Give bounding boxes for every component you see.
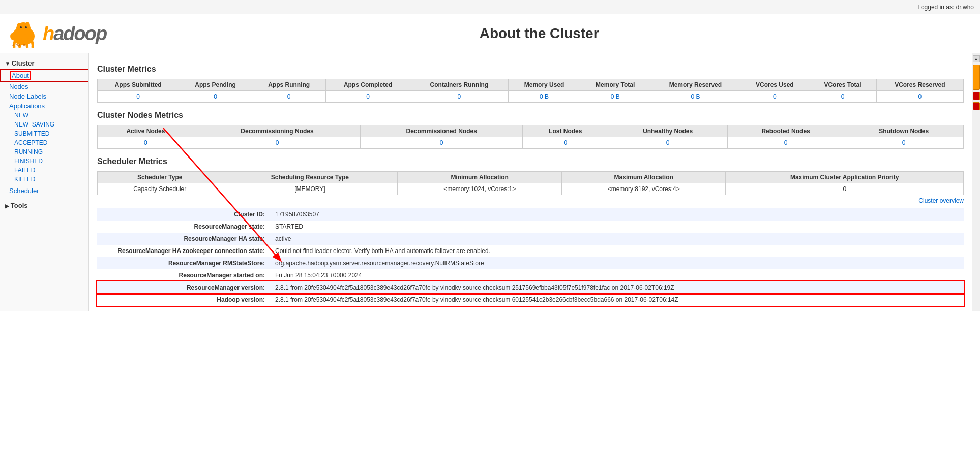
info-val-rm-state: STARTED xyxy=(270,221,964,233)
val-containers-running[interactable]: 0 xyxy=(410,91,509,103)
sidebar-item-killed[interactable]: KILLED xyxy=(14,175,88,184)
svg-point-4 xyxy=(20,26,22,28)
val-decommissioning-nodes[interactable]: 0 xyxy=(194,137,360,149)
scheduler-metrics-title: Scheduler Metrics xyxy=(97,155,964,168)
val-vcores-total: 0 xyxy=(809,91,877,103)
val-max-allocation: <memory:8192, vCores:4> xyxy=(561,183,726,195)
val-decommissioned-nodes[interactable]: 0 xyxy=(361,137,523,149)
val-vcores-reserved: 0 xyxy=(876,91,963,103)
sidebar-item-new[interactable]: NEW xyxy=(14,111,88,120)
val-memory-used: 0 B xyxy=(509,91,580,103)
info-row-cluster-id: Cluster ID: 1719587063507 xyxy=(97,208,964,221)
tools-header[interactable]: Tools xyxy=(0,200,88,211)
info-label-cluster-id: Cluster ID: xyxy=(97,208,270,221)
col-scheduling-resource-type: Scheduling Resource Type xyxy=(222,172,398,183)
col-apps-pending: Apps Pending xyxy=(179,79,252,91)
col-unhealthy-nodes: Unhealthy Nodes xyxy=(608,125,728,137)
info-row-zookeeper: ResourceManager HA zookeeper connection … xyxy=(97,245,964,257)
info-row-hadoop-version: Hadoop version: 2.8.1 from 20fe5304904fc… xyxy=(97,294,964,306)
scrollbar-up-btn[interactable]: ▲ xyxy=(973,55,980,62)
info-label-rm-state: ResourceManager state: xyxy=(97,221,270,233)
scheduler-row: Capacity Scheduler [MEMORY] <memory:1024… xyxy=(98,183,964,195)
col-vcores-total: VCores Total xyxy=(809,79,877,91)
cluster-nodes-metrics-table: Active Nodes Decommissioning Nodes Decom… xyxy=(97,125,964,149)
cluster-nodes-metrics-title: Cluster Nodes Metrics xyxy=(97,109,964,122)
info-row-rm-state: ResourceManager state: STARTED xyxy=(97,221,964,233)
val-scheduling-resource-type: [MEMORY] xyxy=(222,183,398,195)
sidebar-item-applications[interactable]: Applications xyxy=(0,101,88,111)
info-val-started-on: Fri Jun 28 15:04:23 +0000 2024 xyxy=(270,269,964,281)
info-label-rmstatestore: ResourceManager RMStateStore: xyxy=(97,257,270,269)
sidebar-item-nodes[interactable]: Nodes xyxy=(0,82,88,91)
cluster-overview-anchor[interactable]: Cluster overview xyxy=(918,197,964,204)
info-row-rmstatestore: ResourceManager RMStateStore: org.apache… xyxy=(97,257,964,269)
val-active-nodes[interactable]: 0 xyxy=(98,137,194,149)
val-unhealthy-nodes[interactable]: 0 xyxy=(608,137,728,149)
info-val-rmstatestore: org.apache.hadoop.yarn.server.resourcema… xyxy=(270,257,964,269)
val-shutdown-nodes[interactable]: 0 xyxy=(844,137,964,149)
cluster-info-table: Cluster ID: 1719587063507 ResourceManage… xyxy=(97,208,964,306)
val-rebooted-nodes[interactable]: 0 xyxy=(728,137,844,149)
sidebar-item-running[interactable]: RUNNING xyxy=(14,147,88,156)
val-vcores-used: 0 xyxy=(740,91,809,103)
scrollbar-btn-mid[interactable] xyxy=(973,92,980,100)
cluster-metrics-title: Cluster Metrics xyxy=(97,62,964,76)
col-containers-running: Containers Running xyxy=(410,79,509,91)
logo-area: APACHE hadoop xyxy=(8,18,106,49)
logo-text: hadoop xyxy=(43,23,106,45)
cluster-nodes-row: 0 0 0 0 0 0 0 xyxy=(98,137,964,149)
info-val-zookeeper: Could not find leader elector. Verify bo… xyxy=(270,245,964,257)
scrollbar-thumb[interactable] xyxy=(973,65,980,90)
val-apps-submitted[interactable]: 0 xyxy=(98,91,179,103)
val-lost-nodes[interactable]: 0 xyxy=(523,137,608,149)
col-memory-reserved: Memory Reserved xyxy=(650,79,740,91)
val-min-allocation: <memory:1024, vCores:1> xyxy=(398,183,562,195)
sidebar-item-scheduler[interactable]: Scheduler xyxy=(0,186,88,196)
info-val-ha-state: active xyxy=(270,233,964,245)
hadoop-elephant-logo: APACHE xyxy=(8,18,39,49)
sidebar-item-finished[interactable]: FINISHED xyxy=(14,156,88,166)
cluster-section-header[interactable]: Cluster xyxy=(0,57,88,69)
val-apps-completed[interactable]: 0 xyxy=(326,91,410,103)
topbar: Logged in as: dr.who xyxy=(0,0,980,14)
right-scrollbar: ▲ xyxy=(972,53,980,311)
header: APACHE hadoop About the Cluster xyxy=(0,14,980,53)
col-max-priority: Maximum Cluster Application Priority xyxy=(726,172,964,183)
info-row-rm-version: ResourceManager version: 2.8.1 from 20fe… xyxy=(97,281,964,294)
info-label-zookeeper: ResourceManager HA zookeeper connection … xyxy=(97,245,270,257)
col-max-allocation: Maximum Allocation xyxy=(561,172,726,183)
scrollbar-btn-mid2[interactable] xyxy=(973,102,980,110)
col-memory-total: Memory Total xyxy=(580,79,650,91)
info-val-hadoop-version: 2.8.1 from 20fe5304904fc2f5a18053c389e43… xyxy=(270,294,964,306)
tools-section: Tools xyxy=(0,200,88,211)
col-scheduler-type: Scheduler Type xyxy=(98,172,222,183)
col-rebooted-nodes: Rebooted Nodes xyxy=(728,125,844,137)
logged-in-text: Logged in as: dr.who xyxy=(917,4,974,11)
info-row-ha-state: ResourceManager HA state: active xyxy=(97,233,964,245)
col-apps-completed: Apps Completed xyxy=(326,79,410,91)
info-val-cluster-id: 1719587063507 xyxy=(270,208,964,221)
col-min-allocation: Minimum Allocation xyxy=(398,172,562,183)
scheduler-metrics-table: Scheduler Type Scheduling Resource Type … xyxy=(97,171,964,195)
col-decommissioning-nodes: Decommissioning Nodes xyxy=(194,125,360,137)
val-apps-running[interactable]: 0 xyxy=(252,91,326,103)
sidebar-item-about[interactable]: About xyxy=(0,69,88,82)
cluster-metrics-table: Apps Submitted Apps Pending Apps Running… xyxy=(97,79,964,103)
sidebar-item-submitted[interactable]: SUBMITTED xyxy=(14,129,88,138)
cluster-overview-link[interactable]: Cluster overview xyxy=(97,197,964,204)
col-memory-used: Memory Used xyxy=(509,79,580,91)
val-memory-reserved: 0 B xyxy=(650,91,740,103)
col-vcores-used: VCores Used xyxy=(740,79,809,91)
sidebar-item-new-saving[interactable]: NEW_SAVING xyxy=(14,120,88,129)
info-label-rm-version: ResourceManager version: xyxy=(97,281,270,294)
sidebar-item-node-labels[interactable]: Node Labels xyxy=(0,91,88,101)
main-layout: Cluster About Nodes Node Labels Applicat… xyxy=(0,53,980,311)
col-shutdown-nodes: Shutdown Nodes xyxy=(844,125,964,137)
col-active-nodes: Active Nodes xyxy=(98,125,194,137)
val-apps-pending[interactable]: 0 xyxy=(179,91,252,103)
sidebar-item-failed[interactable]: FAILED xyxy=(14,166,88,175)
col-decommissioned-nodes: Decommissioned Nodes xyxy=(361,125,523,137)
col-vcores-reserved: VCores Reserved xyxy=(876,79,963,91)
sidebar-item-accepted[interactable]: ACCEPTED xyxy=(14,138,88,147)
val-max-priority: 0 xyxy=(726,183,964,195)
